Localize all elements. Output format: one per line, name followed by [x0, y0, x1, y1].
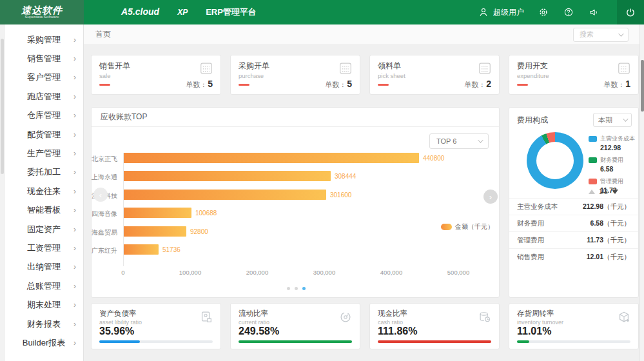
metric-card[interactable]: 现金比率cash ratio111.86%: [369, 303, 500, 349]
expense-legend-item: 财务费用6.58: [589, 156, 635, 173]
expense-row-list: 主营业务成本212.98（千元）财务费用6.58（千元）管理费用11.73（千元…: [509, 198, 638, 265]
expense-row: 主营业务成本212.98（千元）: [509, 198, 638, 215]
page-scrollbar-thumb[interactable]: [641, 60, 644, 112]
sidebar-item[interactable]: 采购管理›: [5, 30, 83, 49]
metric-title: 流动比率: [239, 309, 352, 318]
chevron-right-icon: ›: [73, 55, 76, 63]
document-icon: [199, 310, 213, 327]
bar[interactable]: [124, 244, 159, 255]
metric-value: 11.01%: [517, 326, 551, 337]
receivables-chart-title: 应收账款TOP: [92, 108, 499, 127]
x-axis-tick-label: 500,000: [447, 269, 469, 276]
stat-trend-dash: [99, 84, 110, 86]
carousel-dot[interactable]: [287, 287, 290, 290]
sidebar-item[interactable]: 固定资产›: [5, 220, 83, 239]
page-scrollbar[interactable]: [639, 24, 644, 361]
sidebar-item[interactable]: 仓库管理›: [5, 106, 83, 125]
carousel-dot[interactable]: [295, 287, 298, 290]
stat-card-title: 领料单: [378, 61, 491, 72]
sidebar-scrollbar-thumb[interactable]: [1, 39, 4, 174]
sidebar-item[interactable]: 期末处理›: [5, 295, 83, 314]
sidebar-item-label: 工资管理: [27, 242, 61, 254]
sidebar-item[interactable]: 总账管理›: [5, 277, 83, 295]
sidebar-item[interactable]: 现金往来›: [5, 182, 83, 200]
expense-row-value: 11.73（千元）: [587, 236, 630, 245]
sidebar-item[interactable]: 销售管理›: [5, 49, 83, 68]
stat-card[interactable]: 采购开单purchase单数：5: [230, 55, 360, 95]
sidebar-item[interactable]: 出纳管理›: [5, 258, 83, 277]
carousel-dot[interactable]: [302, 287, 306, 290]
top-filter-select[interactable]: TOP 6: [429, 133, 489, 149]
sidebar-item[interactable]: Builder报表›: [5, 333, 83, 352]
sidebar-item-label: 客户管理: [27, 72, 61, 83]
bar-row: 北京正飞440800: [92, 153, 500, 163]
legend-name: 主营业务成本: [600, 135, 635, 143]
carousel-prev-button[interactable]: ‹: [93, 188, 108, 202]
expense-row: 管理费用11.73（千元）: [509, 231, 638, 248]
expense-row-label: 财务费用: [517, 219, 544, 228]
coins-icon: [478, 310, 492, 327]
x-axis-tick-label: 400,000: [380, 269, 402, 276]
carousel-dots: [92, 287, 500, 290]
period-select[interactable]: 本期: [593, 113, 632, 127]
announcement-icon[interactable]: [588, 6, 600, 18]
bar[interactable]: [124, 190, 326, 200]
sidebar-item[interactable]: 客户管理›: [5, 68, 83, 87]
metric-value: 249.58%: [239, 326, 279, 337]
sidebar-item-label: 期末处理: [27, 299, 61, 311]
sidebar-item-label: 总账管理: [27, 280, 61, 292]
metric-title: 现金比率: [378, 309, 491, 318]
sidebar-item[interactable]: 智能看板›: [5, 201, 83, 220]
chevron-right-icon: ›: [73, 263, 76, 271]
sidebar-scrollbar[interactable]: [0, 24, 5, 361]
stat-card[interactable]: 销售开单sale单数：5: [91, 55, 221, 95]
metric-progress-track: [99, 340, 213, 343]
sidebar-item-label: Builder报表: [23, 337, 65, 349]
bar[interactable]: [124, 208, 191, 218]
carousel-next-button[interactable]: ›: [483, 190, 498, 204]
metric-card[interactable]: 资产负债率asset libility ratio35.96%: [91, 303, 221, 349]
stat-card[interactable]: 领料单pick sheet单数：2: [369, 55, 500, 95]
sidebar-item-label: 委托加工: [27, 166, 61, 178]
sidebar-item[interactable]: 委托加工›: [5, 163, 83, 182]
chevron-right-icon: ›: [73, 282, 76, 290]
bar-value-label: 301600: [330, 191, 351, 199]
expense-row-label: 管理费用: [517, 236, 544, 245]
metric-value: 35.96%: [99, 326, 134, 337]
stat-trend-dash: [378, 84, 389, 86]
tab-home[interactable]: 首页: [95, 29, 111, 40]
search-input[interactable]: 搜索: [573, 28, 629, 42]
chevron-right-icon: ›: [73, 206, 76, 214]
user-menu[interactable]: 超级用户: [478, 6, 524, 18]
calculator-icon: [617, 61, 631, 78]
pager-down-icon[interactable]: [612, 190, 618, 194]
sidebar-item[interactable]: 财务报表›: [5, 315, 83, 333]
header-actions: 超级用户: [478, 0, 644, 24]
bar-row: 四海音像100688: [92, 208, 500, 218]
pager-up-icon[interactable]: [589, 190, 595, 194]
bar[interactable]: [124, 226, 186, 237]
chevron-down-icon: [478, 137, 483, 142]
help-icon[interactable]: [563, 6, 574, 18]
metric-card[interactable]: 流动比率current ratio249.58%: [230, 303, 360, 349]
bar[interactable]: [124, 171, 331, 181]
chevron-right-icon: ›: [73, 150, 76, 157]
metric-value: 111.86%: [378, 326, 417, 337]
bar[interactable]: [124, 153, 419, 163]
metric-card[interactable]: 存货周转率inventory turnover11.01%: [509, 303, 639, 349]
sidebar-item[interactable]: 配货管理›: [5, 125, 83, 144]
receivables-chart-card: 应收账款TOP TOP 6 北京正飞440800上海永通308444洪海科技30…: [91, 107, 500, 298]
sidebar-item[interactable]: 跑店管理›: [5, 87, 83, 106]
chevron-right-icon: ›: [73, 244, 76, 252]
logo[interactable]: 速达软件 Superdata Software: [0, 0, 84, 24]
sidebar-item[interactable]: 工资管理›: [5, 239, 83, 257]
gear-icon[interactable]: [538, 6, 549, 18]
logo-title: 速达软件: [21, 5, 63, 15]
stat-card[interactable]: 费用开支expenditure单数：1: [509, 55, 639, 95]
sidebar-item[interactable]: 生产管理›: [5, 144, 83, 162]
bar-row: 海鑫贸易92800: [92, 226, 500, 237]
logout-power-button[interactable]: [617, 0, 644, 24]
stat-trend-dash: [517, 84, 528, 86]
expense-row: 销售费用12.01（千元）: [509, 248, 638, 265]
metric-progress-fill: [99, 340, 140, 343]
